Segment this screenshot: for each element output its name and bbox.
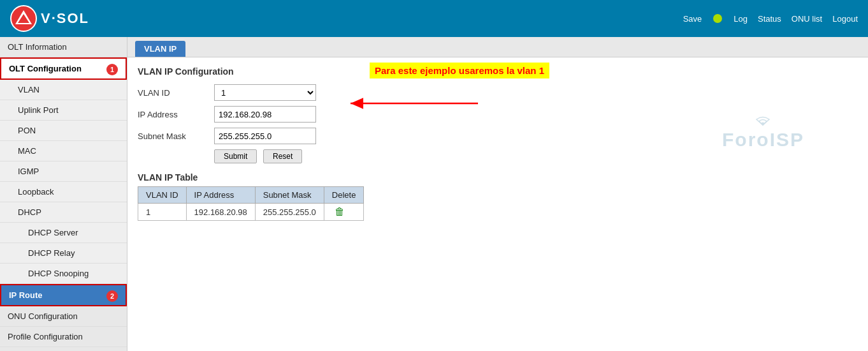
sidebar-item-dhcp[interactable]: DHCP <box>0 202 127 223</box>
badge-2: 2 <box>106 290 118 302</box>
col-delete: Delete <box>324 187 364 204</box>
sidebar-item-ip-route[interactable]: IP Route 2 <box>0 284 127 306</box>
badge-1: 1 <box>106 64 118 75</box>
vlan-id-select[interactable]: 1 <box>214 84 316 101</box>
submit-button[interactable]: Submit <box>214 149 257 163</box>
col-ip-address: IP Address <box>186 187 255 204</box>
row-delete-cell: 🗑 <box>324 204 364 221</box>
header: V·SOL Save Log Status ONU list Logout <box>0 0 868 37</box>
sidebar-item-pon[interactable]: PON <box>0 121 127 141</box>
form-row-subnet-mask: Subnet Mask <box>138 128 858 144</box>
header-nav: Log Status ONU list Logout <box>734 14 858 24</box>
sidebar: OLT Information OLT Configuration 1 VLAN… <box>0 37 127 351</box>
sidebar-item-dhcp-server[interactable]: DHCP Server <box>0 223 127 243</box>
nav-onu-list[interactable]: ONU list <box>792 14 822 24</box>
sidebar-item-dhcp-snooping[interactable]: DHCP Snooping <box>0 264 127 284</box>
nav-logout[interactable]: Logout <box>832 14 858 24</box>
row-subnet-mask: 255.255.255.0 <box>255 204 324 221</box>
sidebar-item-profile-configuration[interactable]: Profile Configuration <box>0 327 127 347</box>
sidebar-item-uplink-port[interactable]: Uplink Port <box>0 100 127 121</box>
vlan-ip-table: VLAN ID IP Address Subnet Mask Delete 1 … <box>138 186 364 221</box>
ip-address-label: IP Address <box>138 110 214 119</box>
form-row-vlan-id: VLAN ID 1 <box>138 84 858 101</box>
col-vlan-id: VLAN ID <box>138 187 187 204</box>
sidebar-item-dhcp-relay[interactable]: DHCP Relay <box>0 243 127 264</box>
table-row: 1 192.168.20.98 255.255.255.0 🗑 <box>138 204 364 221</box>
main-content: VLAN IP Para este ejemplo usaremos la vl… <box>127 37 868 351</box>
delete-button[interactable]: 🗑 <box>332 206 347 218</box>
vlan-id-label: VLAN ID <box>138 88 214 98</box>
sidebar-item-vlan[interactable]: VLAN <box>0 80 127 100</box>
nav-log[interactable]: Log <box>734 14 748 24</box>
ip-address-input[interactable] <box>214 106 316 123</box>
sidebar-item-system-configuration[interactable]: System Configuration <box>0 347 127 351</box>
save-label[interactable]: Save <box>683 14 702 24</box>
logo-text: V·SOL <box>41 10 89 27</box>
vsol-logo-icon <box>10 5 37 32</box>
reset-button[interactable]: Reset <box>263 149 302 163</box>
sidebar-item-igmp[interactable]: IGMP <box>0 161 127 182</box>
nav-status[interactable]: Status <box>758 14 781 24</box>
header-right: Save Log Status ONU list Logout <box>683 14 858 24</box>
sidebar-item-onu-configuration[interactable]: ONU Configuration <box>0 306 127 327</box>
tab-bar: VLAN IP <box>127 37 868 57</box>
tab-vlan-ip[interactable]: VLAN IP <box>135 41 185 57</box>
row-vlan-id: 1 <box>138 204 187 221</box>
col-subnet-mask: Subnet Mask <box>255 187 324 204</box>
logo: V·SOL <box>10 5 89 32</box>
form-row-ip-address: IP Address <box>138 106 858 123</box>
sidebar-item-loopback[interactable]: Loopback <box>0 182 127 202</box>
layout: OLT Information OLT Configuration 1 VLAN… <box>0 37 868 351</box>
sidebar-item-olt-configuration[interactable]: OLT Configuration 1 <box>0 57 127 80</box>
subnet-mask-label: Subnet Mask <box>138 131 214 141</box>
annotation-text: Para este ejemplo usaremos la vlan 1 <box>370 63 549 78</box>
status-indicator <box>713 14 722 23</box>
table-section-title: VLAN IP Table <box>138 172 858 183</box>
row-ip-address: 192.168.20.98 <box>186 204 255 221</box>
subnet-mask-input[interactable] <box>214 128 316 144</box>
sidebar-item-mac[interactable]: MAC <box>0 141 127 161</box>
content-area: Para este ejemplo usaremos la vlan 1 VLA… <box>127 57 868 230</box>
sidebar-item-olt-information[interactable]: OLT Information <box>0 37 127 57</box>
form-buttons: Submit Reset <box>214 149 858 163</box>
